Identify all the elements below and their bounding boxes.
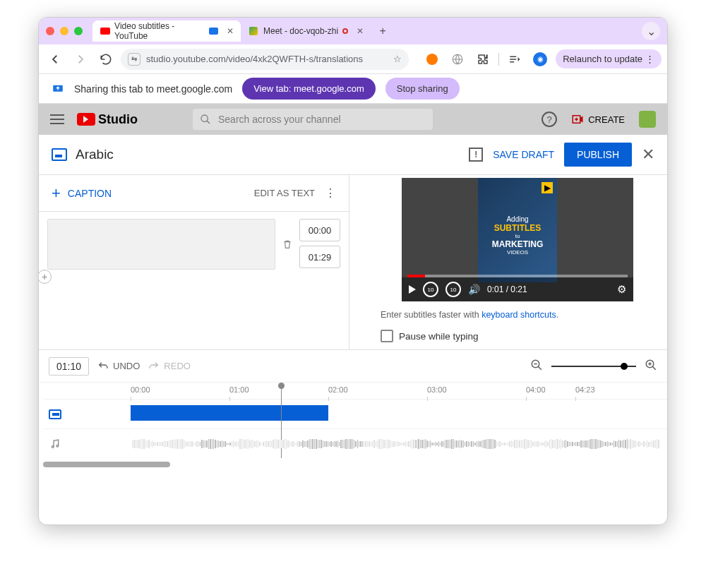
tab-youtube-subtitles[interactable]: Video subtitles - YouTube ✕ bbox=[92, 20, 241, 42]
timeline-tracks bbox=[39, 399, 667, 458]
caption-text-input[interactable] bbox=[47, 219, 275, 270]
extensions-puzzle-icon[interactable] bbox=[473, 49, 493, 69]
screen-share-icon bbox=[52, 83, 64, 95]
back-button[interactable] bbox=[44, 49, 66, 70]
relaunch-label: Relaunch to update bbox=[563, 54, 642, 64]
minimize-window-icon[interactable] bbox=[60, 27, 68, 35]
video-player[interactable]: ▶ Adding SUBTITLES to MARKETING VIDEOS 1… bbox=[402, 178, 633, 301]
publish-button[interactable]: PUBLISH bbox=[564, 143, 632, 167]
insert-caption-button[interactable]: + bbox=[38, 270, 52, 284]
tick: 01:00 bbox=[229, 385, 249, 394]
kebab-icon: ⋮ bbox=[645, 54, 654, 64]
tick: 04:00 bbox=[526, 385, 546, 394]
thumb-plus-icon: ▶ bbox=[542, 182, 553, 193]
reload-button[interactable] bbox=[95, 49, 116, 70]
view-tab-button[interactable]: View tab: meet.google.com bbox=[242, 78, 376, 100]
tick: 02:00 bbox=[328, 385, 348, 394]
zoom-in-icon[interactable] bbox=[645, 359, 657, 374]
zoom-slider[interactable] bbox=[551, 366, 636, 367]
close-tab-icon[interactable]: ✕ bbox=[227, 26, 234, 36]
redo-icon bbox=[148, 361, 160, 372]
subtitles-icon bbox=[52, 148, 67, 161]
delete-caption-icon[interactable] bbox=[280, 238, 295, 251]
youtube-icon bbox=[100, 25, 110, 37]
pause-while-typing-row: Pause while typing bbox=[381, 330, 654, 342]
timeline-ruler[interactable]: 00:00 01:00 02:00 03:00 04:00 04:23 bbox=[39, 382, 667, 399]
traffic-lights bbox=[46, 27, 83, 35]
url-text: studio.youtube.com/video/4xk2QWFTH-s/tra… bbox=[146, 54, 363, 64]
current-time-input[interactable]: 01:10 bbox=[49, 357, 89, 376]
pause-label: Pause while typing bbox=[399, 331, 479, 342]
profile-icon[interactable]: ◉ bbox=[530, 49, 550, 69]
studio-header: Studio Search across your channel ? CREA… bbox=[39, 104, 667, 135]
redo-button[interactable]: REDO bbox=[148, 361, 191, 372]
tab-title: Video subtitles - YouTube bbox=[114, 21, 205, 41]
zoom-controls bbox=[530, 359, 657, 374]
caption-toolbar: + CAPTION EDIT AS TEXT ⋮ bbox=[39, 175, 349, 212]
plus-icon: + bbox=[52, 184, 61, 203]
zoom-out-icon[interactable] bbox=[530, 359, 543, 374]
editor-header: Arabic ! SAVE DRAFT PUBLISH ✕ bbox=[39, 135, 667, 174]
captions-pane: + CAPTION EDIT AS TEXT ⋮ 00:00 01:29 + bbox=[39, 175, 349, 349]
keyboard-shortcuts-link[interactable]: keyboard shortcuts bbox=[481, 310, 556, 320]
edit-as-text-button[interactable]: EDIT AS TEXT bbox=[254, 188, 315, 198]
tab-list-button[interactable]: ⌄ bbox=[642, 22, 660, 40]
scrollbar-thumb[interactable] bbox=[43, 462, 170, 467]
tick: 03:00 bbox=[427, 385, 447, 394]
close-editor-button[interactable]: ✕ bbox=[642, 145, 654, 164]
tab-sharing-bar: Sharing this tab to meet.google.com View… bbox=[39, 74, 667, 104]
pause-checkbox[interactable] bbox=[381, 330, 393, 342]
close-tab-icon[interactable]: ✕ bbox=[357, 26, 364, 36]
editor-body: + CAPTION EDIT AS TEXT ⋮ 00:00 01:29 + ▶… bbox=[39, 174, 667, 349]
horizontal-scrollbar[interactable] bbox=[43, 460, 663, 469]
meet-icon bbox=[248, 25, 259, 37]
caption-track-icon bbox=[43, 409, 67, 419]
extension-icon-1[interactable] bbox=[422, 49, 442, 69]
undo-button[interactable]: UNDO bbox=[97, 361, 140, 372]
caption-time-boxes: 00:00 01:29 bbox=[299, 219, 340, 270]
new-tab-button[interactable]: + bbox=[373, 22, 392, 40]
preview-pane: ▶ Adding SUBTITLES to MARKETING VIDEOS 1… bbox=[349, 175, 667, 349]
bookmark-star-icon[interactable]: ☆ bbox=[393, 54, 402, 64]
rewind-10-icon[interactable]: 10 bbox=[423, 282, 438, 297]
cast-icon bbox=[209, 28, 218, 35]
waveform bbox=[132, 439, 660, 449]
caption-menu-icon[interactable]: ⋮ bbox=[325, 186, 336, 200]
tick: 00:00 bbox=[131, 385, 150, 394]
audio-track[interactable] bbox=[43, 428, 667, 458]
save-draft-button[interactable]: SAVE DRAFT bbox=[493, 149, 554, 160]
relaunch-button[interactable]: Relaunch to update ⋮ bbox=[556, 49, 662, 68]
caption-btn-label: CAPTION bbox=[68, 188, 112, 199]
site-info-icon[interactable]: ⇆ bbox=[128, 53, 140, 66]
video-thumbnail: ▶ Adding SUBTITLES to MARKETING VIDEOS bbox=[478, 178, 557, 282]
play-button-icon[interactable] bbox=[409, 285, 416, 294]
svg-point-7 bbox=[56, 445, 59, 447]
tick: 04:23 bbox=[575, 385, 595, 394]
warning-icon[interactable]: ! bbox=[469, 148, 483, 162]
audio-track-icon bbox=[43, 438, 67, 450]
caption-end-time[interactable]: 01:29 bbox=[299, 246, 340, 268]
caption-track[interactable] bbox=[43, 399, 667, 428]
svg-point-6 bbox=[52, 445, 54, 448]
url-field[interactable]: ⇆ studio.youtube.com/video/4xk2QWFTH-s/t… bbox=[121, 49, 409, 70]
sharing-message: Sharing this tab to meet.google.com bbox=[74, 83, 232, 95]
caption-row: 00:00 01:29 + bbox=[39, 212, 349, 277]
forward-button[interactable] bbox=[70, 49, 91, 70]
caption-start-time[interactable]: 00:00 bbox=[299, 219, 340, 241]
window-titlebar: Video subtitles - YouTube ✕ Meet - doc-v… bbox=[39, 18, 667, 44]
tab-title: Meet - doc-vqob-zhi bbox=[263, 26, 338, 36]
forward-10-icon[interactable]: 10 bbox=[445, 282, 461, 297]
stop-sharing-button[interactable]: Stop sharing bbox=[385, 78, 460, 100]
video-timecode: 0:01 / 0:21 bbox=[487, 284, 527, 294]
recording-icon bbox=[342, 28, 348, 34]
language-title: Arabic bbox=[76, 147, 114, 162]
video-settings-icon[interactable]: ⚙ bbox=[617, 283, 626, 296]
close-window-icon[interactable] bbox=[46, 27, 54, 35]
tab-google-meet[interactable]: Meet - doc-vqob-zhi ✕ bbox=[241, 20, 371, 42]
volume-icon[interactable]: 🔊 bbox=[468, 284, 480, 295]
media-control-icon[interactable] bbox=[505, 49, 525, 69]
fullscreen-window-icon[interactable] bbox=[74, 27, 83, 35]
add-caption-button[interactable]: + CAPTION bbox=[52, 184, 112, 203]
extension-icon-2[interactable] bbox=[448, 49, 467, 69]
caption-clip[interactable] bbox=[131, 405, 328, 421]
